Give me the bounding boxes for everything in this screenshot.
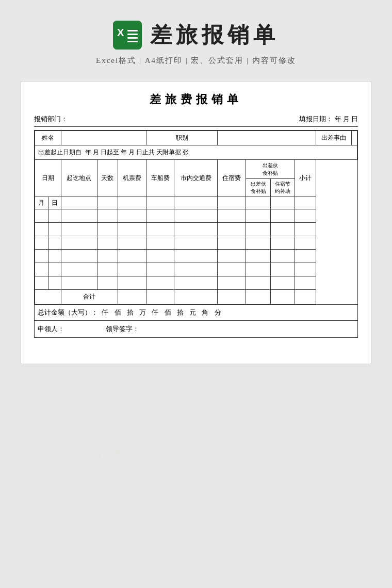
document-container: 差旅费报销单 报销部门： 填报日期： 年 月 日 姓名 职别 出差事由 出差起止… [21, 81, 371, 364]
svg-rect-5 [127, 41, 138, 42]
subtotal-header: 小计 [295, 160, 316, 197]
data-row-2 [35, 223, 357, 236]
title-row: X 差旅报销单 [113, 21, 279, 50]
col-spacer-8 [270, 197, 295, 209]
allowances-header: 出差伙食补贴 [246, 160, 295, 179]
svg-rect-4 [127, 37, 138, 39]
header-section: X 差旅报销单 Excel格式 | A4纸打印 | 宏、公式套用 | 内容可修改 [0, 0, 392, 76]
day-header: 日 [48, 197, 61, 209]
total-label: 合计 [61, 290, 118, 304]
date-subheader-row: 月 日 [35, 197, 357, 209]
grand-total-label: 总计金额（大写）： [38, 308, 98, 316]
days-header: 天数 [97, 160, 118, 197]
page-main-title: 差旅报销单 [150, 21, 279, 50]
leader-sign-label: 领导签字： [106, 324, 139, 334]
excel-icon: X [113, 21, 142, 50]
origin-dest-header: 起讫地点 [61, 160, 97, 197]
data-row-4 [35, 250, 357, 263]
col-spacer-1 [61, 197, 97, 209]
accommodation-allowance-header: 住宿节约补助 [270, 179, 295, 197]
svg-text:X: X [117, 27, 124, 38]
accommodation-header: 住宿费 [218, 160, 246, 197]
transport-header: 车船费 [146, 160, 174, 197]
expense-table: 姓名 职别 出差事由 出差起止日期自 年 月 日起至 年 月 日止共 天附单据 … [35, 130, 357, 304]
document-title: 差旅费报销单 [34, 92, 358, 107]
data-row-3 [35, 236, 357, 250]
svg-rect-2 [127, 30, 138, 31]
total-row: 合计 [35, 290, 357, 304]
page-subtitle: Excel格式 | A4纸打印 | 宏、公式套用 | 内容可修改 [96, 56, 296, 66]
name-label: 姓名 [35, 131, 61, 145]
signature-row: 申领人： 领导签字： [34, 321, 358, 338]
fill-date-label: 填报日期： 年 月 日 [299, 115, 358, 124]
name-value [61, 131, 146, 145]
applicant-label: 申领人： [38, 324, 64, 334]
month-header: 月 [35, 197, 48, 209]
grand-total-row: 总计金额（大写）： 仟 佰 拾 万 仟 佰 拾 元 角 分 [34, 305, 358, 321]
city-transport-header: 市内交通费 [174, 160, 218, 197]
col-spacer-5 [174, 197, 218, 209]
col-spacer-2 [97, 197, 118, 209]
data-row-1 [35, 209, 357, 223]
grand-total-units: 仟 佰 拾 万 仟 佰 拾 元 角 分 [102, 308, 223, 316]
col-spacer-4 [146, 197, 174, 209]
trip-date-value: 年 月 日起至 年 月 日止共 天附单据 张 [85, 149, 189, 156]
col-spacer-6 [218, 197, 246, 209]
data-row-6 [35, 276, 357, 290]
air-fare-header: 机票费 [118, 160, 146, 197]
svg-rect-3 [127, 34, 138, 35]
col-spacer-9 [295, 197, 316, 209]
main-table-wrapper: 姓名 职别 出差事由 出差起止日期自 年 月 日起至 年 月 日止共 天附单据 … [34, 130, 358, 305]
personal-info-row: 姓名 职别 出差事由 [35, 131, 357, 145]
reason-label: 出差事由 [316, 131, 351, 145]
date-header: 日期 [35, 160, 61, 197]
bottom-spacer [34, 338, 358, 353]
position-value [218, 131, 316, 145]
data-row-5 [35, 263, 357, 276]
trip-date-label: 出差起止日期自 [38, 149, 81, 156]
position-label: 职别 [146, 131, 218, 145]
trip-dates-row: 出差起止日期自 年 月 日起至 年 月 日止共 天附单据 张 [35, 145, 357, 160]
col-spacer-3 [118, 197, 146, 209]
meal-allowance-label: 出差伙食补贴 [263, 162, 278, 176]
dept-label: 报销部门： [34, 115, 68, 124]
col-spacer-7 [246, 197, 271, 209]
meal-allowance-header: 出差伙食补贴 [246, 179, 271, 197]
header-row-1: 日期 起讫地点 天数 机票费 车船费 市内交通费 住宿费 出差伙食补贴 小计 [35, 160, 357, 179]
reason-value [351, 131, 357, 145]
